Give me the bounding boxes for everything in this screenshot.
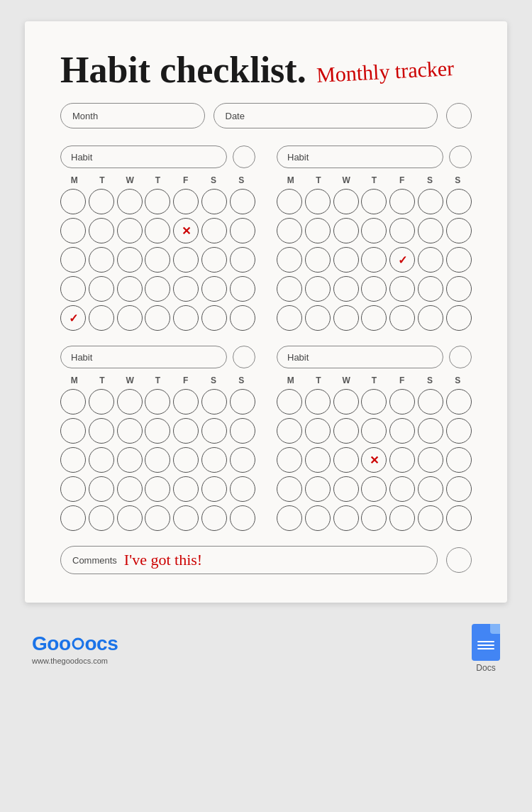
day-circle[interactable] (230, 189, 255, 214)
day-circle[interactable] (305, 447, 331, 473)
day-circle[interactable] (361, 276, 387, 302)
day-circle[interactable] (201, 247, 227, 273)
day-circle[interactable] (361, 389, 387, 415)
day-circle[interactable] (418, 247, 443, 273)
day-circle[interactable] (305, 476, 331, 502)
day-circle[interactable] (117, 476, 143, 502)
day-circle[interactable] (277, 476, 302, 502)
day-circle[interactable] (173, 247, 199, 273)
day-circle[interactable] (173, 276, 199, 302)
day-circle[interactable] (361, 476, 387, 502)
day-circle[interactable] (277, 447, 302, 473)
day-circle[interactable] (389, 476, 415, 502)
day-circle[interactable] (201, 189, 227, 214)
day-circle[interactable] (173, 505, 199, 531)
habit-label-4[interactable]: Habit (277, 346, 443, 368)
day-circle[interactable] (201, 505, 227, 531)
day-circle[interactable] (60, 447, 86, 473)
day-circle[interactable] (173, 389, 199, 415)
day-circle[interactable]: ✕ (361, 447, 387, 473)
day-circle[interactable] (446, 476, 472, 502)
day-circle[interactable] (117, 218, 143, 243)
header-circle-btn[interactable] (446, 103, 472, 128)
day-circle[interactable] (389, 305, 415, 331)
day-circle[interactable] (145, 189, 170, 214)
day-circle[interactable] (60, 276, 86, 302)
comments-field[interactable]: Comments I've got this! (60, 546, 438, 574)
day-circle[interactable] (145, 476, 170, 502)
day-circle[interactable] (361, 305, 387, 331)
day-circle[interactable] (305, 218, 331, 243)
day-circle[interactable] (361, 247, 387, 273)
day-circle[interactable] (230, 276, 255, 302)
day-circle[interactable] (305, 247, 331, 273)
day-circle[interactable] (389, 505, 415, 531)
day-circle[interactable] (418, 505, 443, 531)
day-circle[interactable] (230, 218, 255, 243)
day-circle[interactable] (117, 247, 143, 273)
day-circle[interactable] (173, 189, 199, 214)
day-circle[interactable] (201, 305, 227, 331)
day-circle[interactable] (446, 505, 472, 531)
day-circle[interactable] (277, 218, 302, 243)
day-circle[interactable] (418, 305, 443, 331)
habit-circle-4[interactable] (449, 346, 472, 368)
habit-circle-3[interactable] (233, 346, 255, 368)
day-circle[interactable] (89, 447, 114, 473)
day-circle[interactable] (277, 276, 302, 302)
day-circle[interactable] (277, 389, 302, 415)
day-circle[interactable] (418, 276, 443, 302)
day-circle[interactable] (89, 305, 114, 331)
day-circle[interactable] (361, 189, 387, 214)
day-circle[interactable] (201, 476, 227, 502)
day-circle[interactable] (60, 389, 86, 415)
day-circle[interactable] (230, 418, 255, 444)
day-circle[interactable] (89, 276, 114, 302)
day-circle[interactable] (145, 505, 170, 531)
day-circle[interactable] (277, 418, 302, 444)
day-circle[interactable] (333, 276, 359, 302)
day-circle[interactable] (117, 505, 143, 531)
day-circle[interactable] (201, 218, 227, 243)
day-circle[interactable] (446, 389, 472, 415)
day-circle[interactable] (389, 276, 415, 302)
day-circle[interactable] (117, 276, 143, 302)
day-circle[interactable] (333, 189, 359, 214)
day-circle[interactable] (418, 447, 443, 473)
day-circle[interactable] (333, 305, 359, 331)
day-circle[interactable] (89, 389, 114, 415)
day-circle[interactable] (201, 418, 227, 444)
day-circle[interactable] (389, 218, 415, 243)
day-circle[interactable] (446, 276, 472, 302)
day-circle[interactable] (418, 476, 443, 502)
day-circle[interactable] (173, 305, 199, 331)
day-circle[interactable] (389, 447, 415, 473)
day-circle[interactable] (305, 189, 331, 214)
day-circle[interactable] (60, 218, 86, 243)
day-circle[interactable] (173, 418, 199, 444)
day-circle[interactable] (173, 447, 199, 473)
day-circle[interactable] (60, 247, 86, 273)
day-circle[interactable] (145, 305, 170, 331)
day-circle[interactable] (145, 418, 170, 444)
day-circle[interactable] (89, 505, 114, 531)
day-circle[interactable] (333, 389, 359, 415)
day-circle[interactable] (145, 276, 170, 302)
day-circle[interactable] (230, 476, 255, 502)
day-circle[interactable] (117, 418, 143, 444)
day-circle[interactable] (145, 247, 170, 273)
day-circle[interactable] (446, 447, 472, 473)
day-circle[interactable] (305, 418, 331, 444)
day-circle[interactable] (89, 418, 114, 444)
day-circle[interactable] (230, 505, 255, 531)
day-circle[interactable]: ✓ (60, 305, 86, 331)
habit-circle-1[interactable] (233, 146, 255, 168)
month-field[interactable]: Month (60, 103, 205, 128)
day-circle[interactable] (305, 305, 331, 331)
day-circle[interactable] (277, 189, 302, 214)
day-circle[interactable] (361, 218, 387, 243)
day-circle[interactable] (418, 418, 443, 444)
day-circle[interactable] (230, 389, 255, 415)
day-circle[interactable] (446, 189, 472, 214)
day-circle[interactable] (277, 247, 302, 273)
